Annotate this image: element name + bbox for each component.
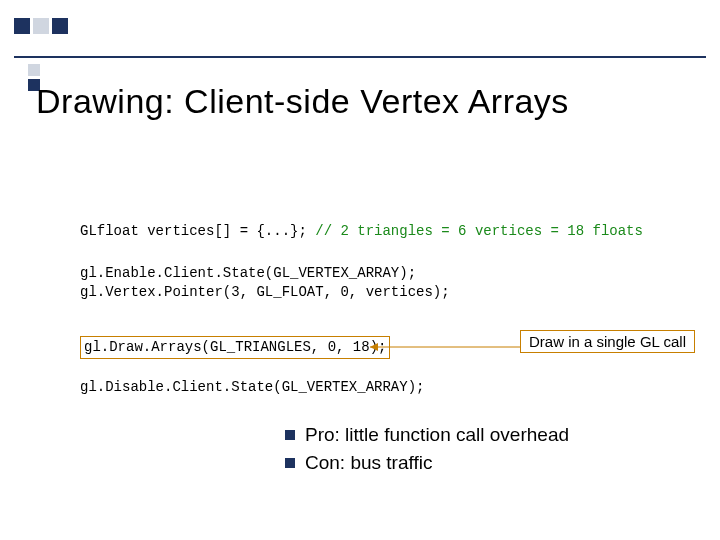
square-icon bbox=[52, 18, 68, 34]
list-item: Pro: little function call overhead bbox=[285, 424, 690, 446]
slide-title: Drawing: Client-side Vertex Arrays bbox=[36, 82, 700, 121]
code-line-setup: gl.Enable.Client.State(GL_VERTEX_ARRAY);… bbox=[80, 264, 680, 302]
code-text: gl.Vertex.Pointer(3, GL_FLOAT, 0, vertic… bbox=[80, 283, 680, 302]
bullet-text: Pro: little function call overhead bbox=[305, 424, 569, 446]
code-comment: // 2 triangles = 6 vertices = 18 floats bbox=[315, 223, 643, 239]
square-icon bbox=[28, 64, 40, 76]
highlighted-code: gl.Draw.Arrays(GL_TRIANGLES, 0, 18); bbox=[80, 336, 390, 359]
annotation-box: Draw in a single GL call bbox=[520, 330, 695, 353]
code-text: gl.Disable.Client.State(GL_VERTEX_ARRAY)… bbox=[80, 378, 680, 397]
code-text: GLfloat vertices[] = {...}; bbox=[80, 223, 315, 239]
list-item: Con: bus traffic bbox=[285, 452, 690, 474]
square-icon bbox=[14, 18, 30, 34]
bullet-icon bbox=[285, 458, 295, 468]
code-line-disable: gl.Disable.Client.State(GL_VERTEX_ARRAY)… bbox=[80, 378, 680, 397]
bullet-list: Pro: little function call overhead Con: … bbox=[285, 424, 690, 480]
header-divider bbox=[14, 56, 706, 58]
code-line-decl: GLfloat vertices[] = {...}; // 2 triangl… bbox=[80, 222, 680, 241]
header-squares bbox=[14, 18, 68, 34]
bullet-text: Con: bus traffic bbox=[305, 452, 432, 474]
bullet-icon bbox=[285, 430, 295, 440]
square-icon bbox=[33, 18, 49, 34]
code-text: gl.Enable.Client.State(GL_VERTEX_ARRAY); bbox=[80, 264, 680, 283]
